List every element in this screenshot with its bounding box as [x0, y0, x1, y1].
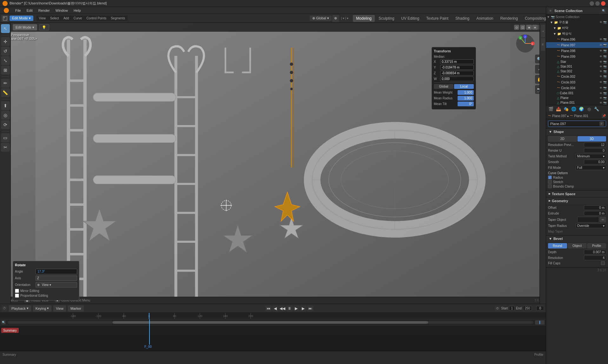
- material-shading-btn[interactable]: ◈: [532, 25, 538, 30]
- timeline-scrollbar[interactable]: [8, 321, 533, 324]
- move-tool[interactable]: ✛: [1, 37, 10, 46]
- outliner-item-star002[interactable]: △ Star.002 👁📷: [546, 69, 608, 74]
- annotate-tool[interactable]: ✏: [1, 79, 10, 88]
- menu-blender[interactable]: [1, 7, 12, 14]
- curve-tb-btn[interactable]: Curve: [72, 16, 84, 20]
- props-icon-output[interactable]: 📤: [555, 106, 562, 113]
- stretch-checkbox[interactable]: [548, 180, 552, 184]
- props-icon-scene[interactable]: 🌐: [570, 106, 577, 113]
- outliner-item-circle002[interactable]: 〜 Circle.002 👁📷: [546, 74, 608, 79]
- prev-frame-btn[interactable]: ◀: [272, 305, 279, 312]
- frame-indicator-small[interactable]: [535, 320, 545, 325]
- menu-edit[interactable]: Edit: [24, 8, 35, 13]
- props-icon-view-layer[interactable]: 🎭: [563, 106, 570, 113]
- taper-object-edit-btn[interactable]: ✏: [600, 217, 606, 222]
- 2d-btn[interactable]: 2D: [548, 136, 577, 142]
- reverse-play-btn[interactable]: ◀◀: [279, 305, 286, 312]
- props-icon-world[interactable]: 🌍: [578, 106, 585, 113]
- close-button[interactable]: [601, 1, 605, 6]
- view-tb-btn[interactable]: View: [37, 16, 48, 20]
- segments-tb-btn[interactable]: Segments: [109, 16, 127, 20]
- mean-tilt-value[interactable]: 0°: [458, 102, 474, 106]
- tab-texture-paint[interactable]: Texture Paint: [423, 15, 452, 22]
- outliner-item-plane[interactable]: △ Plane 👁📷: [546, 96, 608, 100]
- offset-value[interactable]: 0 m: [584, 205, 606, 210]
- outliner-item-plane001[interactable]: △ Plane.001 👁📷: [546, 100, 608, 105]
- menu-render[interactable]: Render: [36, 8, 52, 13]
- timeline-track-area[interactable]: -180 -120 -60 0 60 120 180 220: [0, 313, 546, 351]
- keying-btn[interactable]: Keying: [33, 305, 52, 312]
- outliner-item-plane097[interactable]: 〜 Plane.097 👁📷: [546, 42, 608, 48]
- outliner-item-byogsangsig[interactable]: ▼ 📁 벽상식: [546, 31, 608, 36]
- props-icon-modifier[interactable]: 🔧: [593, 106, 600, 113]
- bevel-profile-btn[interactable]: Profile: [587, 243, 606, 248]
- minimize-button[interactable]: [590, 1, 594, 6]
- menu-help[interactable]: Help: [71, 8, 83, 13]
- bevel-resolution-value[interactable]: 4: [584, 255, 606, 260]
- tab-animation[interactable]: Animation: [473, 15, 496, 22]
- outliner-item-plane098[interactable]: 〜 Plane.098 👁📷: [546, 48, 608, 54]
- 3d-btn[interactable]: 3D: [578, 136, 606, 142]
- local-btn[interactable]: Local: [454, 84, 474, 89]
- timeline-editor-btn[interactable]: ⏱: [2, 306, 7, 311]
- radius-tool[interactable]: ◎: [1, 111, 10, 120]
- eye-icon-1[interactable]: 👁: [599, 21, 602, 24]
- add-tb-btn[interactable]: Add: [62, 16, 71, 20]
- outliner-item-circle004[interactable]: 〜 Circle.004 👁📷: [546, 85, 608, 91]
- start-frame-field[interactable]: 1: [509, 306, 515, 311]
- props-icon-object[interactable]: ◎: [585, 106, 592, 113]
- clock-btn[interactable]: ⏱: [495, 306, 500, 311]
- outliner-item-gujomul[interactable]: ▼ 📁 구조물 👁 📷: [546, 19, 608, 25]
- angle-value[interactable]: 17.3°: [36, 269, 77, 274]
- axis-gizmo[interactable]: X Y Z: [516, 34, 535, 53]
- tilt-tool[interactable]: ⟳: [1, 120, 10, 129]
- tab-sculpting[interactable]: Sculpting: [375, 15, 397, 22]
- viewport-shading-btn[interactable]: 💡: [39, 24, 49, 30]
- outliner-item-plane099[interactable]: 〜 Plane.099 👁📷: [546, 54, 608, 59]
- menu-file[interactable]: File: [13, 8, 23, 13]
- control-points-tb-btn[interactable]: Control Points: [84, 16, 108, 20]
- proportional-editing-checkbox[interactable]: [15, 294, 19, 298]
- smooth-value[interactable]: 0.00: [584, 160, 606, 164]
- extrude-value[interactable]: 0 m: [584, 211, 606, 216]
- render-u-value[interactable]: 0: [584, 148, 606, 153]
- props-icon-render[interactable]: 🎬: [547, 106, 554, 113]
- outliner-item-circle003[interactable]: 〜 Circle.003 👁📷: [546, 79, 608, 85]
- taper-radius-dropdown[interactable]: Override ▾: [576, 223, 606, 228]
- tab-shading[interactable]: Shading: [452, 15, 473, 22]
- resolution-preview-value[interactable]: 12: [584, 142, 606, 147]
- mode-select-btn[interactable]: Edit Mode ▾: [13, 24, 37, 30]
- filter-btn[interactable]: 🔍: [601, 8, 606, 13]
- jump-end-btn[interactable]: ⏭: [307, 305, 314, 312]
- extrude-tool[interactable]: ⬆: [1, 101, 10, 110]
- stop-btn[interactable]: ⏸: [286, 305, 293, 312]
- tab-rendering[interactable]: Rendering: [497, 15, 521, 22]
- knife-tool[interactable]: ✂: [1, 143, 10, 152]
- cursor-tool[interactable]: ↖: [1, 24, 10, 33]
- measure-tool[interactable]: 📏: [1, 88, 10, 97]
- bevel-round-btn[interactable]: Round: [548, 243, 567, 248]
- xray-btn[interactable]: ⊡: [520, 25, 525, 30]
- overlay-btn[interactable]: ⊙: [514, 25, 519, 30]
- mean-weight-value[interactable]: 1.000: [458, 90, 474, 95]
- pin-btn[interactable]: 📌: [602, 114, 606, 118]
- current-frame-field[interactable]: 0: [536, 306, 544, 311]
- menu-window[interactable]: Window: [53, 8, 70, 13]
- scale-tool[interactable]: ⤡: [1, 56, 10, 65]
- fill-mode-dropdown[interactable]: Full ▾: [576, 165, 606, 170]
- x-value[interactable]: 0.33715 m: [440, 59, 474, 64]
- object-name-field[interactable]: Plane.097 F: [548, 121, 606, 127]
- tab-compositing[interactable]: Compositing: [522, 15, 549, 22]
- mirror-editing-checkbox[interactable]: [15, 289, 19, 293]
- outliner-item-plane096[interactable]: 〜 Plane.096 👁📷: [546, 36, 608, 42]
- summary-bar[interactable]: Summary: [1, 328, 19, 333]
- fill-caps-checkbox[interactable]: [601, 261, 605, 265]
- axis-select[interactable]: Z: [36, 275, 77, 281]
- global-btn[interactable]: ⊕ Global ▾: [310, 16, 332, 21]
- magnet-btn[interactable]: ⊕: [332, 15, 339, 22]
- maximize-button[interactable]: [595, 1, 600, 6]
- edit-mode-btn[interactable]: Edit Mode ▾: [10, 16, 33, 21]
- scene-collection-root[interactable]: ▼ 📷 Scene Collection: [546, 15, 608, 19]
- jump-start-btn[interactable]: ⏮: [265, 305, 272, 312]
- rotate-tool[interactable]: ↺: [1, 47, 10, 56]
